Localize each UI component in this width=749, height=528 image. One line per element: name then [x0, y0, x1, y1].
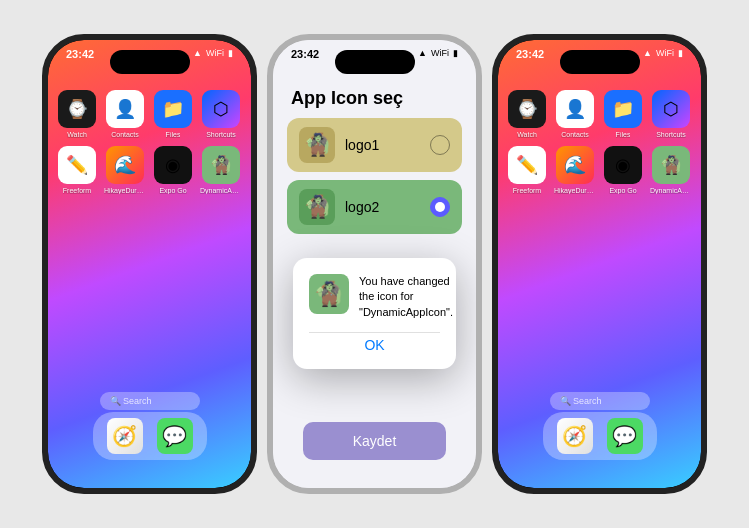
right-wifi-icon: WiFi	[656, 48, 674, 58]
app-dynamicappicon-left[interactable]: 🧌 DynamicAppIcon	[200, 146, 242, 194]
shortcuts-icon: ⬡	[202, 90, 240, 128]
right-status-icons: ▲ WiFi ▮	[643, 48, 683, 58]
right-expogo-label: Expo Go	[609, 187, 636, 194]
alert-text: You have changed the icon for "DynamicAp…	[359, 274, 453, 320]
middle-status-time: 23:42	[291, 48, 319, 60]
right-freeform-icon: ✏️	[508, 146, 546, 184]
right-shortcuts-icon: ⬡	[652, 90, 690, 128]
right-app-grid: ⌚ Watch 👤 Contacts 📁 Files ⬡ Shortcuts ✏…	[508, 90, 691, 194]
right-app-shortcuts[interactable]: ⬡ Shortcuts	[650, 90, 692, 138]
left-dock: 🧭 💬	[93, 412, 207, 460]
logo1-option[interactable]: 🧌 logo1	[287, 118, 462, 172]
watch-label: Watch	[67, 131, 87, 138]
right-contacts-icon: 👤	[556, 90, 594, 128]
battery-icon: ▮	[228, 48, 233, 58]
left-phone: 23:42 ▲ WiFi ▮ ⌚ Watch 👤 Contacts 📁 File…	[42, 34, 257, 494]
logo2-radio	[430, 197, 450, 217]
hikaye-icon: 🌊	[106, 146, 144, 184]
middle-battery-icon: ▮	[453, 48, 458, 58]
middle-signal-icon: ▲	[418, 48, 427, 58]
right-app-freeform[interactable]: ✏️ Freeform	[508, 146, 546, 194]
right-app-expogo[interactable]: ◉ Expo Go	[604, 146, 642, 194]
middle-wifi-icon: WiFi	[431, 48, 449, 58]
middle-title: App Icon seç	[291, 88, 403, 109]
middle-phone: 23:42 ▲ WiFi ▮ App Icon seç 🧌 logo1 🧌 lo…	[267, 34, 482, 494]
right-hikaye-icon: 🌊	[556, 146, 594, 184]
right-files-icon: 📁	[604, 90, 642, 128]
middle-status-icons: ▲ WiFi ▮	[418, 48, 458, 58]
right-app-dynamicappicon[interactable]: 🧌 DynamicAppIcon	[650, 146, 692, 194]
right-dynamic-island	[560, 50, 640, 74]
alert-ok-button[interactable]: OK	[309, 332, 440, 353]
app-expogo[interactable]: ◉ Expo Go	[154, 146, 192, 194]
logo2-label: logo2	[345, 199, 420, 215]
dynamicappicon-left-label: DynamicAppIcon	[200, 187, 242, 194]
contacts-label: Contacts	[111, 131, 139, 138]
right-search-bar[interactable]: 🔍 Search	[550, 392, 650, 410]
app-files[interactable]: 📁 Files	[154, 90, 192, 138]
right-messages-icon[interactable]: 💬	[607, 418, 643, 454]
right-app-watch[interactable]: ⌚ Watch	[508, 90, 546, 138]
right-contacts-label: Contacts	[561, 131, 589, 138]
expogo-label: Expo Go	[159, 187, 186, 194]
kaydet-button[interactable]: Kaydet	[303, 422, 446, 460]
contacts-icon: 👤	[106, 90, 144, 128]
alert-icon: 🧌	[309, 274, 349, 314]
right-app-contacts[interactable]: 👤 Contacts	[554, 90, 596, 138]
right-watch-label: Watch	[517, 131, 537, 138]
freeform-label: Freeform	[63, 187, 91, 194]
files-icon: 📁	[154, 90, 192, 128]
right-phone: 23:42 ▲ WiFi ▮ ⌚ Watch 👤 Contacts 📁 File…	[492, 34, 707, 494]
left-status-time: 23:42	[66, 48, 94, 60]
app-contacts[interactable]: 👤 Contacts	[104, 90, 146, 138]
right-status-time: 23:42	[516, 48, 544, 60]
right-expogo-icon: ◉	[604, 146, 642, 184]
middle-dynamic-island	[335, 50, 415, 74]
alert-content: 🧌 You have changed the icon for "Dynamic…	[309, 274, 440, 320]
right-dynamicappicon-icon: 🧌	[652, 146, 690, 184]
left-search-text: 🔍 Search	[110, 396, 152, 406]
logo1-label: logo1	[345, 137, 420, 153]
left-dynamic-island	[110, 50, 190, 74]
hikaye-label: HikayeDurum..	[104, 187, 146, 194]
app-shortcuts[interactable]: ⬡ Shortcuts	[200, 90, 242, 138]
right-dock: 🧭 💬	[543, 412, 657, 460]
shortcuts-label: Shortcuts	[206, 131, 236, 138]
watch-icon: ⌚	[58, 90, 96, 128]
alert-dialog: 🧌 You have changed the icon for "Dynamic…	[293, 258, 456, 369]
left-search-bar[interactable]: 🔍 Search	[100, 392, 200, 410]
app-freeform[interactable]: ✏️ Freeform	[58, 146, 96, 194]
right-safari-icon[interactable]: 🧭	[557, 418, 593, 454]
app-hikaye[interactable]: 🌊 HikayeDurum..	[104, 146, 146, 194]
right-signal-icon: ▲	[643, 48, 652, 58]
logo1-icon: 🧌	[299, 127, 335, 163]
logo2-icon: 🧌	[299, 189, 335, 225]
right-shortcuts-label: Shortcuts	[656, 131, 686, 138]
right-app-files[interactable]: 📁 Files	[604, 90, 642, 138]
right-search-text: 🔍 Search	[560, 396, 602, 406]
logo2-option[interactable]: 🧌 logo2	[287, 180, 462, 234]
right-battery-icon: ▮	[678, 48, 683, 58]
left-safari-icon[interactable]: 🧭	[107, 418, 143, 454]
right-watch-icon: ⌚	[508, 90, 546, 128]
freeform-icon: ✏️	[58, 146, 96, 184]
left-app-grid: ⌚ Watch 👤 Contacts 📁 Files ⬡ Shortcuts ✏…	[58, 90, 241, 194]
logo2-radio-dot	[435, 202, 445, 212]
wifi-icon: WiFi	[206, 48, 224, 58]
app-watch[interactable]: ⌚ Watch	[58, 90, 96, 138]
files-label: Files	[166, 131, 181, 138]
right-freeform-label: Freeform	[513, 187, 541, 194]
right-files-label: Files	[616, 131, 631, 138]
dynamicappicon-left-icon: 🧌	[202, 146, 240, 184]
logo1-radio	[430, 135, 450, 155]
right-dynamicappicon-label: DynamicAppIcon	[650, 187, 692, 194]
right-app-hikaye[interactable]: 🌊 HikayeDurum..	[554, 146, 596, 194]
signal-icon: ▲	[193, 48, 202, 58]
right-hikaye-label: HikayeDurum..	[554, 187, 596, 194]
expogo-icon: ◉	[154, 146, 192, 184]
left-messages-icon[interactable]: 💬	[157, 418, 193, 454]
left-status-icons: ▲ WiFi ▮	[193, 48, 233, 58]
